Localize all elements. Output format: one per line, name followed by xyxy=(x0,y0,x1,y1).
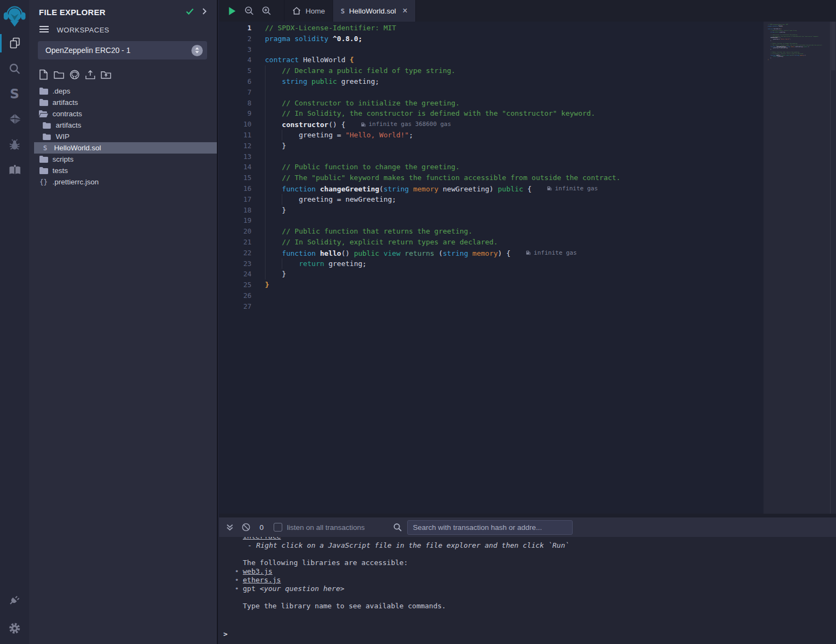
tree-item-helloworld-sol[interactable]: S HelloWorld.sol xyxy=(34,142,217,154)
terminal-type-hint: Type the library name to see available c… xyxy=(243,602,836,610)
gas-icon xyxy=(361,122,366,128)
remix-ide-window: S xyxy=(0,0,836,644)
folder-icon xyxy=(39,99,48,106)
scrollbar-thumb[interactable] xyxy=(831,22,835,70)
collapse-terminal-icon[interactable] xyxy=(226,523,234,531)
tab-home[interactable]: Home xyxy=(284,0,333,22)
listen-transactions-label: listen on all transactions xyxy=(287,523,365,532)
file-explorer-icon[interactable] xyxy=(0,30,29,56)
solidity-compiler-icon[interactable]: S xyxy=(0,81,29,107)
clear-console-icon[interactable] xyxy=(242,523,250,532)
terminal-output[interactable]: interface - Right click on a JavaScript … xyxy=(219,537,836,644)
tree-item-scripts[interactable]: scripts xyxy=(34,154,217,165)
folder-icon xyxy=(42,122,51,129)
search-icon[interactable] xyxy=(0,56,29,81)
tree-item-contracts-artifacts[interactable]: artifacts xyxy=(34,119,217,131)
terminal-libs-heading: The following libraries are accessible: xyxy=(243,559,836,567)
activity-bar: S xyxy=(0,0,29,644)
gas-icon xyxy=(526,250,531,256)
learneth-icon[interactable] xyxy=(0,157,29,183)
workspace-select[interactable]: OpenZeppelin ERC20 - 1 xyxy=(38,41,207,59)
transaction-count-badge: 0 xyxy=(260,523,264,532)
web3js-link[interactable]: web3.js xyxy=(243,567,273,576)
gpt-command: gpt <your question here> xyxy=(243,585,344,593)
solidity-file-icon: S xyxy=(41,144,50,152)
debugger-icon[interactable] xyxy=(0,132,29,157)
minimap[interactable]: // SPDX-License-Identifier: MITpragma so… xyxy=(764,22,836,514)
zoom-in-icon[interactable] xyxy=(258,0,275,22)
ethersjs-link[interactable]: ethers.js xyxy=(243,576,281,585)
tree-item-contracts[interactable]: contracts xyxy=(34,108,217,119)
tree-item-artifacts[interactable]: artifacts xyxy=(34,97,217,108)
editor-tabbar: Home S HelloWorld.sol × xyxy=(219,0,836,22)
folder-open-icon xyxy=(39,110,48,117)
json-file-icon: {} xyxy=(39,178,48,186)
new-file-icon[interactable] xyxy=(38,69,49,80)
terminal-cutoff-line: interface xyxy=(243,537,836,541)
terminal-run-hint: - Right click on a JavaScript file in th… xyxy=(248,541,836,550)
terminal-search-icon xyxy=(393,523,402,532)
workspace-check-icon[interactable] xyxy=(185,8,194,17)
remix-logo-icon[interactable] xyxy=(2,3,27,30)
minimap-code: // SPDX-License-Identifier: MITpragma so… xyxy=(764,22,836,63)
panel-title: FILE EXPLORER xyxy=(39,8,178,17)
close-tab-icon[interactable]: × xyxy=(402,6,407,15)
code-lines: 1// SPDX-License-Identifier: MIT2pragma … xyxy=(219,22,764,312)
file-tree: .deps artifacts contracts artifacts WIP … xyxy=(29,85,217,188)
workspaces-menu-icon[interactable] xyxy=(39,25,49,35)
editor-area: Home S HelloWorld.sol × 1// SPDX-License… xyxy=(219,0,836,514)
terminal-prompt[interactable]: > xyxy=(223,630,228,639)
file-explorer-panel: FILE EXPLORER WORKSPACES OpenZeppelin ER… xyxy=(29,0,218,644)
panel-collapse-chevron-icon[interactable] xyxy=(202,8,207,17)
active-plugin-indicator xyxy=(0,34,2,52)
new-folder-icon[interactable] xyxy=(54,69,64,80)
folder-icon xyxy=(39,156,48,163)
folder-icon xyxy=(39,88,48,95)
zoom-out-icon[interactable] xyxy=(241,0,258,22)
terminal-toolbar: 0 listen on all transactions xyxy=(219,517,836,537)
code-editor[interactable]: 1// SPDX-License-Identifier: MIT2pragma … xyxy=(219,22,764,514)
tree-item-deps[interactable]: .deps xyxy=(34,85,217,97)
folder-icon xyxy=(42,134,51,140)
load-folder-icon[interactable] xyxy=(101,69,111,80)
plugin-manager-icon[interactable] xyxy=(0,587,29,612)
run-script-play-icon[interactable] xyxy=(223,0,241,22)
gas-icon xyxy=(547,185,552,191)
solidity-file-icon: S xyxy=(341,7,345,15)
workspace-toggle-icon[interactable] xyxy=(191,45,203,56)
editor-scrollbar[interactable] xyxy=(830,22,836,514)
terminal-search-input[interactable] xyxy=(407,520,573,535)
workspace-selected-name: OpenZeppelin ERC20 - 1 xyxy=(45,46,191,55)
terminal-resize-handle[interactable] xyxy=(219,514,836,517)
tab-helloworld-sol[interactable]: S HelloWorld.sol × xyxy=(333,0,416,22)
deploy-run-icon[interactable] xyxy=(0,107,29,132)
settings-gear-icon[interactable] xyxy=(0,615,29,641)
home-icon xyxy=(292,6,301,15)
upload-file-icon[interactable] xyxy=(85,69,96,80)
github-clone-icon[interactable] xyxy=(69,69,80,80)
folder-icon xyxy=(39,167,48,174)
terminal-panel: 0 listen on all transactions interface -… xyxy=(219,514,836,644)
listen-transactions-checkbox[interactable] xyxy=(274,523,282,532)
tree-item-wip[interactable]: WIP xyxy=(34,131,217,142)
tree-item-prettierrc[interactable]: {} .prettierrc.json xyxy=(34,176,217,188)
workspaces-label: WORKSPACES xyxy=(57,26,109,34)
tree-item-tests[interactable]: tests xyxy=(34,165,217,176)
